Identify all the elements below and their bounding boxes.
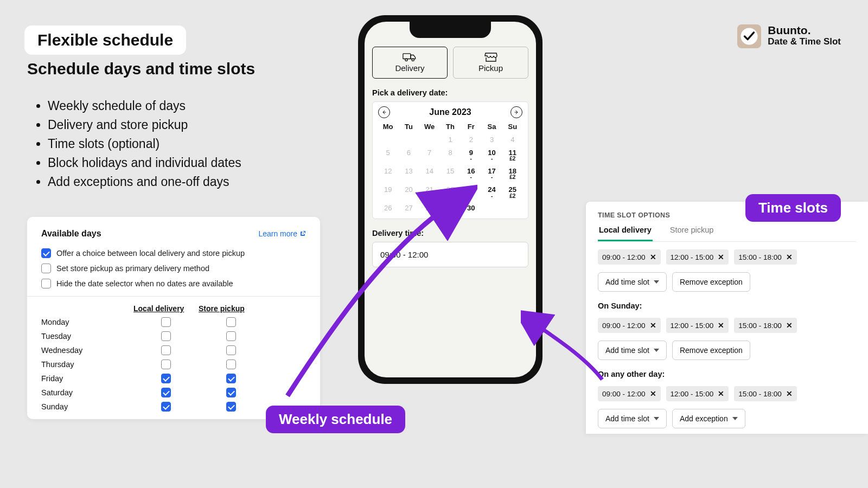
calendar-day[interactable]: 23- — [461, 186, 481, 199]
time-slot-chip[interactable]: 12:00 - 15:00✕ — [666, 249, 729, 265]
checkbox-local[interactable] — [161, 374, 171, 383]
calendar-day[interactable]: 24- — [482, 186, 501, 199]
calendar-day[interactable]: 17- — [482, 168, 501, 181]
calendar-day[interactable]: 3 — [482, 136, 501, 144]
calendar-day[interactable]: 28 — [420, 204, 439, 212]
checkbox-local[interactable] — [161, 388, 171, 397]
calendar-day[interactable]: 13 — [399, 168, 418, 181]
time-slot-chip[interactable]: 15:00 - 18:00✕ — [734, 386, 797, 401]
calendar-day[interactable]: 30 — [461, 204, 481, 212]
calendar-day[interactable]: 27 — [399, 204, 418, 212]
add-time-slot-button[interactable]: Add time slot — [598, 341, 667, 360]
calendar-day[interactable]: 10- — [482, 149, 501, 162]
calendar-dow: Fr — [461, 123, 481, 131]
calendar-day[interactable]: 20 — [399, 186, 418, 199]
time-slot-chip[interactable]: 09:00 - 12:00✕ — [598, 386, 661, 401]
calendar-day[interactable]: 11£2 — [503, 149, 522, 162]
remove-exception-button[interactable]: Remove exception — [672, 341, 750, 360]
arrow-right-icon — [513, 109, 520, 115]
calendar-day[interactable]: 19 — [378, 186, 398, 199]
calendar-day[interactable]: 15 — [441, 168, 460, 181]
add-time-slot-button[interactable]: Add time slot — [598, 409, 667, 428]
remove-chip-icon[interactable]: ✕ — [786, 389, 793, 398]
remove-chip-icon[interactable]: ✕ — [718, 389, 724, 398]
callout-time-slots: Time slots — [745, 194, 841, 222]
time-slot-chip[interactable]: 09:00 - 12:00✕ — [598, 249, 661, 265]
tab-label: Pickup — [478, 63, 503, 73]
calendar-prev-button[interactable] — [378, 106, 390, 118]
calendar-day[interactable]: 21 — [420, 186, 439, 199]
calendar-day[interactable]: 1 — [441, 136, 460, 144]
remove-chip-icon[interactable]: ✕ — [718, 253, 724, 261]
calendar-day[interactable]: 8 — [441, 149, 460, 162]
svg-point-2 — [405, 59, 407, 61]
remove-chip-icon[interactable]: ✕ — [718, 321, 724, 330]
remove-chip-icon[interactable]: ✕ — [650, 321, 656, 330]
time-slot-card: TIME SLOT OPTIONS Local delivery Store p… — [586, 202, 868, 434]
tab-label: Delivery — [395, 63, 424, 73]
time-slot-chip[interactable]: 15:00 - 18:00✕ — [734, 318, 797, 333]
calendar-dow: We — [420, 123, 439, 131]
checkbox-local[interactable] — [161, 345, 171, 355]
calendar-day[interactable]: 26 — [378, 204, 398, 212]
calendar-day[interactable]: 22 — [441, 186, 460, 199]
add-time-slot-button[interactable]: Add time slot — [598, 272, 667, 292]
time-slot-chip[interactable]: 09:00 - 12:00✕ — [598, 318, 661, 333]
calendar-day[interactable]: 29 — [441, 204, 460, 212]
calendar-day[interactable]: 16- — [461, 168, 481, 181]
feature-bullets: Weekly schedule of days Delivery and sto… — [48, 97, 241, 191]
calendar-day[interactable]: 4 — [503, 136, 522, 144]
calendar-day[interactable]: 18£2 — [503, 168, 522, 181]
ts-tab-pickup[interactable]: Store pickup — [669, 226, 715, 241]
checkbox-pickup[interactable] — [226, 402, 236, 412]
subtitle: Schedule days and time slots — [27, 60, 255, 78]
time-slot-chip[interactable]: 15:00 - 18:00✕ — [734, 249, 797, 265]
mode-tab-pickup[interactable]: Pickup — [453, 47, 528, 79]
checkbox-local[interactable] — [161, 331, 171, 341]
checkbox-icon[interactable] — [41, 248, 51, 258]
chevron-down-icon — [654, 417, 659, 420]
checkbox-local[interactable] — [161, 402, 171, 412]
remove-chip-icon[interactable]: ✕ — [650, 389, 656, 398]
option-primary-pickup[interactable]: Set store pickup as primary delivery met… — [41, 264, 306, 273]
remove-chip-icon[interactable]: ✕ — [650, 253, 656, 261]
learn-more-link[interactable]: Learn more — [258, 229, 306, 238]
calendar-day[interactable]: 2 — [461, 136, 481, 144]
ts-tab-local[interactable]: Local delivery — [598, 226, 653, 241]
checkbox-pickup[interactable] — [226, 317, 236, 327]
checkbox-pickup[interactable] — [226, 331, 236, 341]
calendar-day[interactable]: 6 — [399, 149, 418, 162]
available-days-card: Available days Learn more Offer a choice… — [27, 217, 320, 419]
remove-exception-button[interactable]: Remove exception — [672, 272, 750, 292]
calendar-dow: Mo — [378, 123, 398, 131]
checkbox-icon[interactable] — [41, 279, 51, 288]
calendar-day[interactable]: 14 — [420, 168, 439, 181]
checkbox-pickup[interactable] — [226, 359, 236, 369]
day-label: Monday — [41, 318, 133, 326]
chevron-down-icon — [654, 349, 659, 352]
option-hide-selector[interactable]: Hide the date selector when no dates are… — [41, 279, 306, 288]
calendar-day[interactable]: 25£2 — [503, 186, 522, 199]
calendar-day[interactable]: 5 — [378, 149, 398, 162]
add-exception-button[interactable]: Add exception — [672, 409, 745, 428]
calendar[interactable]: June 2023 MoTuWeThFrSaSu123456789-10-11£… — [372, 101, 528, 219]
time-slot-chip[interactable]: 12:00 - 15:00✕ — [666, 318, 729, 333]
calendar-next-button[interactable] — [510, 106, 522, 118]
time-slot-chip[interactable]: 12:00 - 15:00✕ — [666, 386, 729, 401]
checkbox-pickup[interactable] — [226, 374, 236, 383]
checkbox-pickup[interactable] — [226, 345, 236, 355]
remove-chip-icon[interactable]: ✕ — [786, 253, 793, 261]
mode-tab-delivery[interactable]: Delivery — [372, 47, 448, 79]
option-offer-choice[interactable]: Offer a choice between local delivery an… — [41, 248, 306, 258]
remove-chip-icon[interactable]: ✕ — [786, 321, 793, 330]
calendar-day[interactable]: 9- — [461, 149, 481, 162]
delivery-time-select[interactable]: 09:00 - 12:00 — [372, 242, 528, 267]
checkbox-icon[interactable] — [41, 264, 51, 273]
phone-mockup: Delivery Pickup Pick a delivery date: Ju… — [358, 15, 542, 384]
title-pill: Flexible schedule — [24, 25, 186, 55]
checkbox-local[interactable] — [161, 317, 171, 327]
checkbox-pickup[interactable] — [226, 388, 236, 397]
calendar-day[interactable]: 12 — [378, 168, 398, 181]
checkbox-local[interactable] — [161, 359, 171, 369]
calendar-day[interactable]: 7 — [420, 149, 439, 162]
